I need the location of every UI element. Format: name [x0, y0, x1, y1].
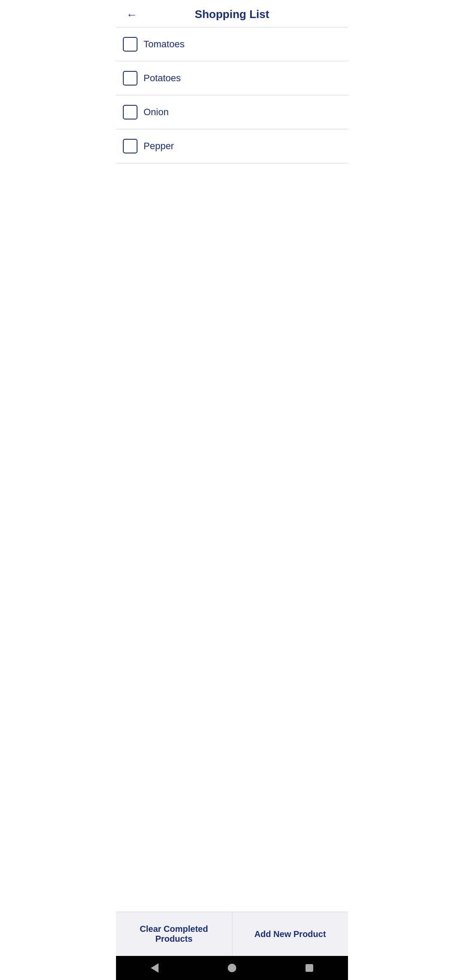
nav-home-icon	[228, 964, 236, 972]
item-name-tomatoes: Tomatoes	[143, 39, 327, 50]
nav-recent-icon	[305, 964, 313, 972]
add-new-product-button[interactable]: Add New Product	[232, 912, 348, 956]
item-name-onion: Onion	[143, 107, 327, 118]
item-actions-pepper	[327, 141, 341, 151]
item-name-potatoes: Potatoes	[143, 73, 327, 84]
delete-button-potatoes[interactable]	[338, 74, 341, 83]
delete-button-pepper[interactable]	[338, 141, 341, 151]
list-item: Potatoes	[116, 61, 348, 95]
edit-button-onion[interactable]	[327, 107, 331, 117]
back-button[interactable]: ←	[123, 7, 141, 22]
list-item: Onion	[116, 95, 348, 129]
nav-recent-button[interactable]	[305, 964, 313, 972]
item-checkbox-potatoes[interactable]	[123, 71, 137, 86]
footer: Clear Completed Products Add New Product	[116, 912, 348, 956]
item-checkbox-pepper[interactable]	[123, 139, 137, 153]
item-checkbox-tomatoes[interactable]	[123, 37, 137, 52]
edit-button-potatoes[interactable]	[327, 74, 331, 83]
shopping-list: Tomatoes	[116, 28, 348, 912]
edit-button-pepper[interactable]	[327, 141, 331, 151]
clear-completed-button[interactable]: Clear Completed Products	[116, 912, 232, 956]
item-name-pepper: Pepper	[143, 141, 327, 152]
item-actions-potatoes	[327, 74, 341, 83]
nav-home-button[interactable]	[228, 964, 236, 972]
delete-button-onion[interactable]	[338, 107, 341, 117]
edit-button-tomatoes[interactable]	[327, 40, 331, 49]
android-nav-bar	[116, 956, 348, 980]
item-actions-onion	[327, 107, 341, 117]
item-checkbox-onion[interactable]	[123, 105, 137, 119]
list-item: Tomatoes	[116, 28, 348, 61]
item-actions-tomatoes	[327, 40, 341, 49]
nav-back-icon	[151, 963, 159, 973]
delete-button-tomatoes[interactable]	[338, 40, 341, 49]
page-title: Shopping List	[195, 8, 269, 21]
header: ← Shopping List	[116, 0, 348, 28]
nav-back-button[interactable]	[151, 963, 159, 973]
list-item: Pepper	[116, 129, 348, 163]
back-arrow-icon: ←	[126, 9, 137, 20]
